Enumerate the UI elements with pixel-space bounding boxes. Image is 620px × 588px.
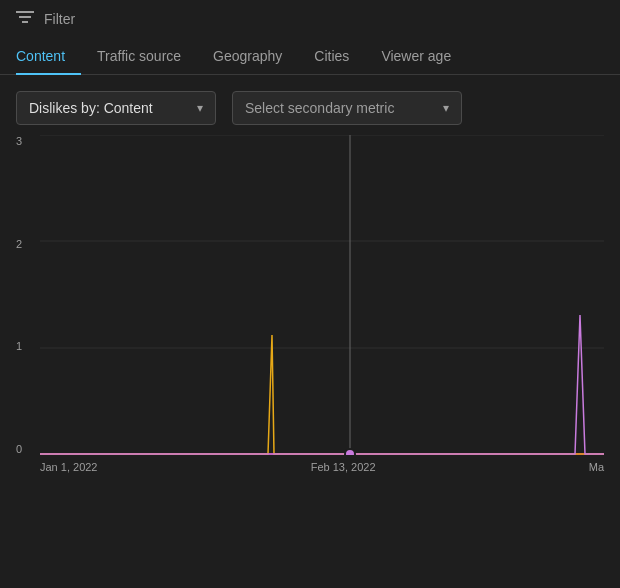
primary-metric-label: Dislikes by: Content <box>29 100 153 116</box>
chart-inner <box>40 135 604 455</box>
y-label-3: 3 <box>16 135 22 147</box>
chart-svg <box>40 135 604 455</box>
tab-cities[interactable]: Cities <box>298 38 365 74</box>
controls-row: Dislikes by: Content ▾ Select secondary … <box>0 75 620 135</box>
y-label-1: 1 <box>16 340 22 352</box>
y-label-2: 2 <box>16 238 22 250</box>
secondary-dropdown-chevron: ▾ <box>443 101 449 115</box>
tab-traffic-source[interactable]: Traffic source <box>81 38 197 74</box>
tabs-bar: Content Traffic source Geography Cities … <box>0 38 620 75</box>
primary-dropdown-chevron: ▾ <box>197 101 203 115</box>
tab-geography[interactable]: Geography <box>197 38 298 74</box>
x-label-feb: Feb 13, 2022 <box>311 461 376 473</box>
filter-label: Filter <box>44 11 75 27</box>
filter-bar: Filter <box>0 0 620 38</box>
tab-viewer-age[interactable]: Viewer age <box>365 38 467 74</box>
x-label-mar: Ma <box>589 461 604 473</box>
tab-content[interactable]: Content <box>16 38 81 74</box>
x-label-jan: Jan 1, 2022 <box>40 461 98 473</box>
x-axis: Jan 1, 2022 Feb 13, 2022 Ma <box>40 455 604 473</box>
secondary-metric-dropdown[interactable]: Select secondary metric ▾ <box>232 91 462 125</box>
primary-metric-dropdown[interactable]: Dislikes by: Content ▾ <box>16 91 216 125</box>
y-label-0: 0 <box>16 443 22 455</box>
filter-icon <box>16 10 34 28</box>
svg-point-8 <box>345 449 355 455</box>
y-axis: 3 2 1 0 <box>16 135 30 455</box>
secondary-metric-label: Select secondary metric <box>245 100 394 116</box>
chart-area: 3 2 1 0 Jan 1, 2022 Feb 13 <box>0 135 620 495</box>
